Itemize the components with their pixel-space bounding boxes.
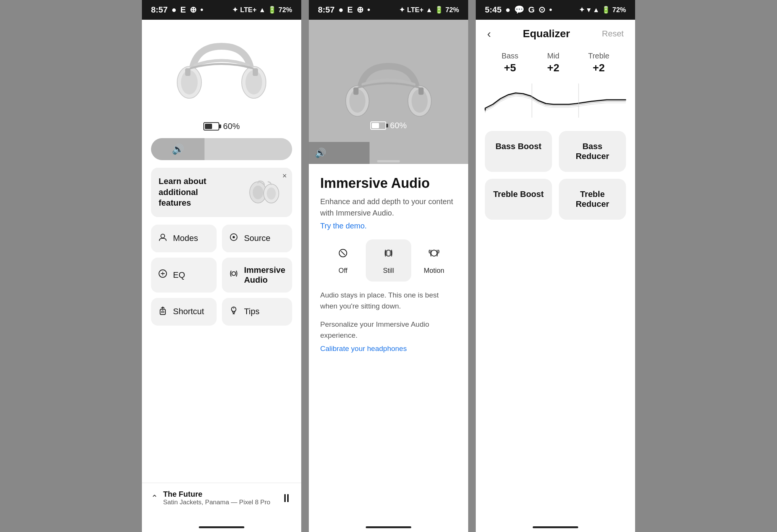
headphone-image-2: 60% 🔊 [309,20,468,164]
eq-presets: Bass Boost Bass Reducer Treble Boost Tre… [485,131,626,220]
home-bar-1 [199,526,244,528]
back-button[interactable]: ‹ [487,27,491,40]
now-playing-bar[interactable]: ⌃ The Future Satin Jackets, Panama — Pix… [142,483,301,513]
menu-item-source[interactable]: Source [222,225,292,252]
modes-icon [158,232,168,245]
learn-card-1[interactable]: Learn about additional features × [151,168,292,217]
try-demo-link[interactable]: Try the demo. [320,222,457,230]
close-button-1[interactable]: × [282,172,287,180]
battery-fill-1 [205,124,212,129]
immersive-title: Immersive Audio [320,175,457,191]
mode-off-icon [336,246,350,263]
dot-3: • [549,5,552,15]
treble-value: +2 [588,62,609,74]
carrier-icon-2: ⊕ [357,5,363,15]
dot-1: • [200,5,203,15]
mode-still-icon [382,246,395,263]
treble-boost-preset[interactable]: Treble Boost [485,179,552,220]
home-bar-2 [366,526,411,528]
source-label: Source [244,233,271,243]
eq-curve-svg [483,82,628,120]
treble-label: Treble [588,52,609,60]
immersive-icon [229,269,239,281]
volume-fill-1: 🔊 [151,138,204,160]
bass-label: Bass [502,52,518,60]
eq-icon [158,269,168,281]
bass-boost-preset[interactable]: Bass Boost [485,131,552,172]
battery-percent-1: 72% [278,6,292,14]
eq-band-mid: Mid +2 [547,52,559,74]
expand-icon[interactable]: ⌃ [151,493,158,503]
eq-header: ‹ Equalizer Reset [476,20,635,44]
tips-label: Tips [244,307,260,316]
menu-item-tips[interactable]: Tips [222,298,292,326]
modes-label: Modes [173,233,198,243]
learn-text-1: Learn about additional features [159,176,227,209]
time-1: 8:57 [151,5,168,15]
mode-motion[interactable]: Motion [411,239,457,282]
eq-bands: Bass +5 Mid +2 Treble +2 [476,44,635,82]
battery-percent-2: 72% [445,6,459,14]
svg-point-7 [253,186,263,199]
svg-point-33 [431,250,437,256]
eq-band-treble: Treble +2 [588,52,609,74]
svg-point-10 [161,234,165,238]
carrier-e-1: E [180,5,186,15]
bass-value: +5 [502,62,518,74]
lte-label-2: LTE+ [407,6,423,14]
battery-percent-display-2: 60% [390,121,407,131]
status-bar-1: 8:57 ● E ⊕ • ✦ LTE+ ▲ 🔋 72% [142,0,301,20]
battery-icon-1 [203,122,219,131]
carrier-icon-1: ⊕ [190,5,197,15]
menu-grid-1: Modes Source EQ [151,225,292,326]
menu-item-eq[interactable]: EQ [151,258,217,293]
svg-line-31 [341,251,345,255]
home-bar-3 [533,526,578,528]
sheet-handle [377,160,400,162]
treble-reducer-preset[interactable]: Treble Reducer [559,179,626,220]
track-title: The Future [163,490,271,499]
pause-button[interactable]: ⏸ [281,492,292,505]
phone-2: 8:57 ● E ⊕ • ✦ LTE+ ▲ 🔋 72% [309,0,468,532]
volume-icon-2: 🔊 [315,148,326,158]
headphone-svg-2 [337,54,440,130]
svg-rect-28 [353,87,359,94]
mode-tabs: Off Still [320,239,457,282]
volume-icon-1: 🔊 [165,143,191,155]
svg-rect-4 [185,68,190,76]
shortcut-icon [158,305,168,318]
source-icon [229,232,239,245]
mid-label: Mid [547,52,559,60]
treble-reducer-label: Treble Reducer [576,189,609,209]
mode-off[interactable]: Off [320,239,366,282]
mode-motion-label: Motion [424,267,444,275]
phone-3: 5:45 ● 💬 G ⊙ • ✦ ▾ ▲ 🔋 72% ‹ Equalizer R… [476,0,635,532]
menu-item-modes[interactable]: Modes [151,225,217,252]
dot-2: • [367,5,370,15]
bass-reducer-preset[interactable]: Bass Reducer [559,131,626,172]
menu-item-immersive[interactable]: Immersive Audio [222,258,292,293]
tips-icon [229,305,239,318]
immersive-description: Enhance and add depth to your content wi… [320,196,457,219]
eq-curve [483,82,628,120]
google-icon-3: G [528,5,535,15]
time-2: 8:57 [318,5,335,15]
bluetooth-icon-3: ✦ [579,6,585,14]
menu-item-shortcut[interactable]: Shortcut [151,298,217,326]
volume-bar-1[interactable]: 🔊 [151,138,292,160]
eq-title: Equalizer [523,28,570,40]
reset-button[interactable]: Reset [602,29,624,39]
battery-percent-3: 72% [612,6,626,14]
phone-1: 8:57 ● E ⊕ • ✦ LTE+ ▲ 🔋 72% [142,0,301,532]
extra-icon-3: ⊙ [538,5,545,15]
signal-bars-2: ▲ [426,6,433,14]
headphone-svg-1 [168,31,275,115]
still-description: Audio stays in place. This one is best w… [320,290,457,312]
signal-dot-3: ● [505,5,510,15]
battery-status-3: 🔋 [602,6,610,14]
battery-icon-2 [370,121,386,130]
bluetooth-icon-2: ✦ [399,6,405,14]
calibrate-link[interactable]: Calibrate your headphones [320,345,457,353]
battery-row-2: 60% [370,121,407,131]
mode-still[interactable]: Still [366,239,411,282]
